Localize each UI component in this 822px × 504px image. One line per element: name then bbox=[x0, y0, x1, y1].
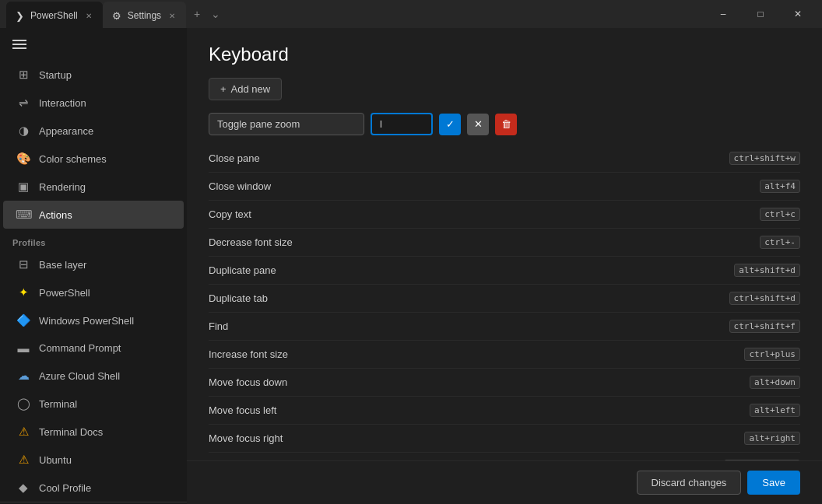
key-badge: alt+down bbox=[750, 376, 800, 389]
bindings-list: Close panectrl+shift+wClose windowalt+f4… bbox=[187, 145, 822, 460]
tab-settings[interactable]: ⚙ Settings ✕ bbox=[103, 2, 186, 30]
sidebar-item-appearance[interactable]: ◑ Appearance bbox=[3, 117, 184, 145]
base-layer-icon: ⊟ bbox=[16, 257, 31, 271]
binding-action-label: Find bbox=[209, 320, 228, 332]
binding-action-label: Move focus left bbox=[209, 404, 276, 416]
sidebar-item-powershell[interactable]: ✦ PowerShell bbox=[3, 278, 184, 306]
binding-action-label: Close window bbox=[209, 180, 271, 192]
hamburger-button[interactable] bbox=[0, 28, 187, 61]
content-footer: Discard changes Save bbox=[187, 460, 822, 504]
discard-button[interactable]: Discard changes bbox=[637, 471, 742, 495]
maximize-button[interactable]: □ bbox=[743, 0, 778, 28]
keys-input[interactable] bbox=[371, 113, 433, 135]
confirm-button[interactable]: ✓ bbox=[439, 114, 461, 135]
tab-powershell[interactable]: ❯ PowerShell ✕ bbox=[6, 2, 103, 30]
binding-keys: alt+shift+d bbox=[734, 264, 800, 277]
binding-keys: ctrl+shift+w bbox=[729, 152, 800, 165]
cancel-button[interactable]: ✕ bbox=[467, 114, 489, 135]
table-row: Findctrl+shift+f bbox=[209, 313, 800, 341]
action-dropdown[interactable]: Toggle pane zoom Close pane Close window… bbox=[209, 113, 364, 135]
tab-chevron-button[interactable]: ⌄ bbox=[206, 5, 225, 23]
binding-keys: alt+down bbox=[750, 376, 800, 389]
sidebar-item-color-schemes[interactable]: 🎨 Color schemes bbox=[3, 145, 184, 173]
binding-action-label: Duplicate pane bbox=[209, 264, 276, 276]
interaction-icon: ⇌ bbox=[16, 96, 31, 110]
close-button[interactable]: ✕ bbox=[780, 0, 816, 28]
keyboard-edit-row: Toggle pane zoom Close pane Close window… bbox=[187, 113, 822, 145]
window-controls: – □ ✕ bbox=[705, 0, 816, 28]
powershell-tab-icon: ❯ bbox=[16, 10, 24, 22]
binding-action-label: Close pane bbox=[209, 152, 260, 164]
sidebar-item-terminal-label: Terminal bbox=[39, 398, 77, 410]
sidebar-item-cool-profile-label: Cool Profile bbox=[39, 482, 91, 494]
sidebar-item-terminal-docs-label: Terminal Docs bbox=[39, 426, 103, 438]
table-row: Copy textctrl+c bbox=[209, 201, 800, 229]
key-badge: ctrl+plus bbox=[744, 348, 800, 361]
sidebar-item-terminal[interactable]: ◯ Terminal bbox=[3, 390, 184, 418]
sidebar-item-powershell-label: PowerShell bbox=[39, 287, 90, 299]
sidebar-item-base-layer[interactable]: ⊟ Base layer bbox=[3, 250, 184, 278]
binding-keys: ctrl+- bbox=[760, 236, 800, 249]
key-badge: alt+left bbox=[750, 404, 800, 417]
sidebar-item-azure-cloud-shell-label: Azure Cloud Shell bbox=[39, 370, 120, 382]
sidebar-item-command-prompt-label: Command Prompt bbox=[39, 342, 121, 354]
sidebar-item-windows-powershell[interactable]: 🔷 Windows PowerShell bbox=[3, 306, 184, 334]
command-prompt-icon: ▬ bbox=[16, 341, 31, 355]
binding-keys: alt+f4 bbox=[760, 180, 800, 193]
binding-keys: ctrl+shift+d bbox=[729, 292, 800, 305]
sidebar-item-appearance-label: Appearance bbox=[39, 125, 93, 137]
key-badge: alt+right bbox=[744, 432, 800, 445]
minimize-button[interactable]: – bbox=[705, 0, 741, 28]
sidebar-item-azure-cloud-shell[interactable]: ☁ Azure Cloud Shell bbox=[3, 362, 184, 390]
sidebar-item-terminal-docs[interactable]: ⚠ Terminal Docs bbox=[3, 418, 184, 446]
startup-icon: ⊞ bbox=[16, 68, 31, 82]
content-area: Keyboard + Add new Toggle pane zoom Clos… bbox=[187, 28, 822, 504]
binding-action-label: Increase font size bbox=[209, 348, 288, 360]
binding-action-label: Duplicate tab bbox=[209, 292, 268, 304]
sidebar-item-startup[interactable]: ⊞ Startup bbox=[3, 61, 184, 89]
add-new-label: Add new bbox=[231, 83, 271, 95]
binding-action-label: Copy text bbox=[209, 208, 251, 220]
sidebar-item-ubuntu[interactable]: ⚠ Ubuntu bbox=[3, 446, 184, 474]
binding-action-label: Move focus right bbox=[209, 432, 283, 444]
key-badge: ctrl+shift+f bbox=[729, 320, 800, 333]
sidebar-item-base-layer-label: Base layer bbox=[39, 259, 86, 271]
main-area: ⊞ Startup ⇌ Interaction ◑ Appearance 🎨 C… bbox=[0, 28, 822, 504]
binding-keys: ctrl+c bbox=[760, 208, 800, 221]
terminal-icon: ◯ bbox=[16, 397, 31, 411]
settings-tab-close[interactable]: ✕ bbox=[167, 10, 177, 22]
sidebar-item-cool-profile[interactable]: ◆ Cool Profile bbox=[3, 474, 184, 502]
powershell-profile-icon: ✦ bbox=[16, 285, 31, 299]
binding-keys: alt+right bbox=[744, 432, 800, 445]
sidebar-item-color-schemes-label: Color schemes bbox=[39, 153, 107, 165]
settings-tab-label: Settings bbox=[128, 10, 161, 21]
sidebar-item-interaction[interactable]: ⇌ Interaction bbox=[3, 89, 184, 117]
table-row: Move focus downalt+down bbox=[209, 369, 800, 397]
powershell-tab-label: PowerShell bbox=[30, 10, 78, 21]
appearance-icon: ◑ bbox=[16, 124, 31, 138]
azure-cloud-shell-icon: ☁ bbox=[16, 369, 31, 383]
sidebar-item-actions[interactable]: ⌨ Actions bbox=[3, 201, 184, 229]
key-badge: ctrl+shift+d bbox=[729, 292, 800, 305]
title-bar: ❯ PowerShell ✕ ⚙ Settings ✕ + ⌄ – □ ✕ bbox=[0, 0, 822, 28]
sidebar-item-rendering[interactable]: ▣ Rendering bbox=[3, 173, 184, 201]
sidebar-item-interaction-label: Interaction bbox=[39, 97, 86, 109]
color-schemes-icon: 🎨 bbox=[16, 152, 31, 166]
sidebar-item-command-prompt[interactable]: ▬ Command Prompt bbox=[3, 334, 184, 362]
add-new-button[interactable]: + Add new bbox=[209, 78, 282, 100]
profiles-section-header: Profiles bbox=[0, 229, 187, 250]
sidebar-item-rendering-label: Rendering bbox=[39, 181, 86, 193]
sidebar-item-actions-label: Actions bbox=[39, 209, 72, 221]
binding-keys: alt+left bbox=[750, 404, 800, 417]
save-button[interactable]: Save bbox=[747, 471, 800, 495]
table-row: Decrease font sizectrl+- bbox=[209, 229, 800, 257]
powershell-tab-close[interactable]: ✕ bbox=[84, 10, 93, 22]
tab-actions: + ⌄ bbox=[189, 5, 225, 23]
add-tab-button[interactable]: + bbox=[189, 5, 205, 23]
windows-powershell-icon: 🔷 bbox=[16, 313, 31, 327]
delete-button[interactable]: 🗑 bbox=[495, 114, 517, 135]
table-row: Duplicate tabctrl+shift+d bbox=[209, 285, 800, 313]
actions-icon: ⌨ bbox=[16, 208, 31, 222]
sidebar-item-startup-label: Startup bbox=[39, 69, 72, 81]
key-badge: ctrl+shift+w bbox=[729, 152, 800, 165]
